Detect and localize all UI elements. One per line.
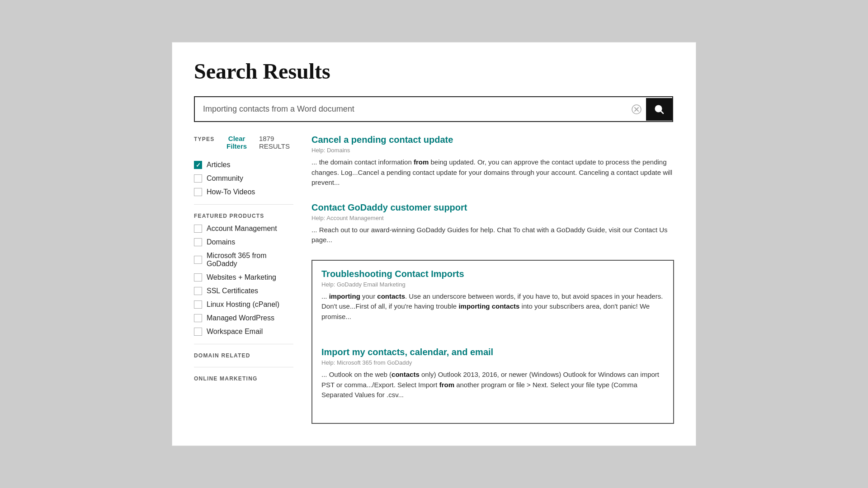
main-results: Cancel a pending contact update Help: Do… bbox=[311, 135, 674, 424]
checkbox-community[interactable] bbox=[194, 174, 202, 183]
content-area: TYPES Clear Filters 1879 RESULTS Article… bbox=[194, 135, 674, 424]
result-source-2: Help: Account Management bbox=[311, 215, 674, 221]
filter-articles-label: Articles bbox=[207, 161, 230, 169]
svg-line-4 bbox=[661, 111, 664, 113]
domain-related-label: DOMAIN RELATED bbox=[194, 352, 293, 359]
divider-2 bbox=[194, 344, 293, 344]
search-icon bbox=[654, 104, 664, 114]
result-snippet-4: ... Outlook on the web (contacts only) O… bbox=[321, 370, 664, 400]
sidebar: TYPES Clear Filters 1879 RESULTS Article… bbox=[194, 135, 293, 424]
filter-workspace-email-label: Workspace Email bbox=[207, 328, 263, 336]
filter-ssl-certificates-label: SSL Certificates bbox=[207, 287, 258, 295]
clear-filters-button[interactable]: Clear Filters bbox=[222, 135, 251, 150]
results-count: 1879 RESULTS bbox=[259, 135, 293, 150]
search-clear-button[interactable] bbox=[627, 101, 646, 118]
filter-articles[interactable]: Articles bbox=[194, 161, 293, 169]
result-source-3: Help: GoDaddy Email Marketing bbox=[321, 281, 664, 288]
types-label: TYPES bbox=[194, 136, 214, 142]
result-source-4: Help: Microsoft 365 from GoDaddy bbox=[321, 359, 664, 366]
result-title-1[interactable]: Cancel a pending contact update bbox=[311, 135, 674, 145]
result-item-4: Import my contacts, calendar, and email … bbox=[321, 347, 664, 400]
filter-workspace-email[interactable]: Workspace Email bbox=[194, 328, 293, 336]
result-snippet-2: ... Reach out to our award-winning GoDad… bbox=[311, 225, 674, 245]
checkbox-account-management[interactable] bbox=[194, 225, 202, 233]
checkbox-domains[interactable] bbox=[194, 238, 202, 246]
result-item-3: Troubleshooting Contact Imports Help: Go… bbox=[321, 269, 664, 322]
search-bar bbox=[194, 96, 673, 122]
divider-3 bbox=[194, 367, 293, 367]
result-snippet-3: ... importing your contacts. Use an unde… bbox=[321, 291, 664, 322]
checkbox-websites-marketing[interactable] bbox=[194, 273, 202, 282]
filter-managed-wordpress[interactable]: Managed WordPress bbox=[194, 314, 293, 322]
checkbox-articles[interactable] bbox=[194, 161, 202, 169]
checkbox-how-to-videos[interactable] bbox=[194, 188, 202, 196]
search-submit-button[interactable] bbox=[646, 98, 672, 121]
checkbox-microsoft-365[interactable] bbox=[194, 256, 202, 264]
page-container: Search Results TYPES Clear Filters 1879 … bbox=[172, 42, 696, 446]
filter-community[interactable]: Community bbox=[194, 174, 293, 183]
result-item-2: Contact GoDaddy customer support Help: A… bbox=[311, 202, 674, 245]
filter-microsoft-365-label: Microsoft 365 from GoDaddy bbox=[207, 252, 293, 268]
checkbox-workspace-email[interactable] bbox=[194, 328, 202, 336]
checkbox-managed-wordpress[interactable] bbox=[194, 314, 202, 322]
result-title-2[interactable]: Contact GoDaddy customer support bbox=[311, 202, 674, 213]
results-header-row: TYPES Clear Filters 1879 RESULTS bbox=[194, 135, 293, 150]
result-source-1: Help: Domains bbox=[311, 147, 674, 154]
filter-community-label: Community bbox=[207, 174, 243, 183]
filter-ssl-certificates[interactable]: SSL Certificates bbox=[194, 287, 293, 295]
result-spacer bbox=[321, 336, 664, 347]
checkbox-ssl-certificates[interactable] bbox=[194, 287, 202, 295]
filter-domains-label: Domains bbox=[207, 238, 235, 246]
filter-microsoft-365[interactable]: Microsoft 365 from GoDaddy bbox=[194, 252, 293, 268]
checkbox-linux-hosting[interactable] bbox=[194, 300, 202, 309]
result-item-1: Cancel a pending contact update Help: Do… bbox=[311, 135, 674, 188]
filter-linux-hosting[interactable]: Linux Hosting (cPanel) bbox=[194, 300, 293, 309]
filter-domains[interactable]: Domains bbox=[194, 238, 293, 246]
result-title-3[interactable]: Troubleshooting Contact Imports bbox=[321, 269, 664, 279]
filter-websites-marketing-label: Websites + Marketing bbox=[207, 273, 276, 282]
filter-websites-marketing[interactable]: Websites + Marketing bbox=[194, 273, 293, 282]
filter-account-management-label: Account Management bbox=[207, 225, 277, 233]
divider-1 bbox=[194, 204, 293, 205]
online-marketing-label: ONLINE MARKETING bbox=[194, 375, 293, 382]
search-input[interactable] bbox=[195, 97, 627, 121]
clear-icon bbox=[632, 104, 642, 114]
filter-how-to-videos[interactable]: How-To Videos bbox=[194, 188, 293, 196]
filter-how-to-videos-label: How-To Videos bbox=[207, 188, 255, 196]
highlighted-results-block: Troubleshooting Contact Imports Help: Go… bbox=[311, 260, 674, 424]
page-title: Search Results bbox=[194, 59, 674, 84]
filter-managed-wordpress-label: Managed WordPress bbox=[207, 314, 274, 322]
featured-products-label: FEATURED PRODUCTS bbox=[194, 213, 293, 219]
result-title-4[interactable]: Import my contacts, calendar, and email bbox=[321, 347, 664, 357]
filter-account-management[interactable]: Account Management bbox=[194, 225, 293, 233]
filter-linux-hosting-label: Linux Hosting (cPanel) bbox=[207, 300, 279, 309]
result-snippet-1: ... the domain contact information from … bbox=[311, 157, 674, 188]
